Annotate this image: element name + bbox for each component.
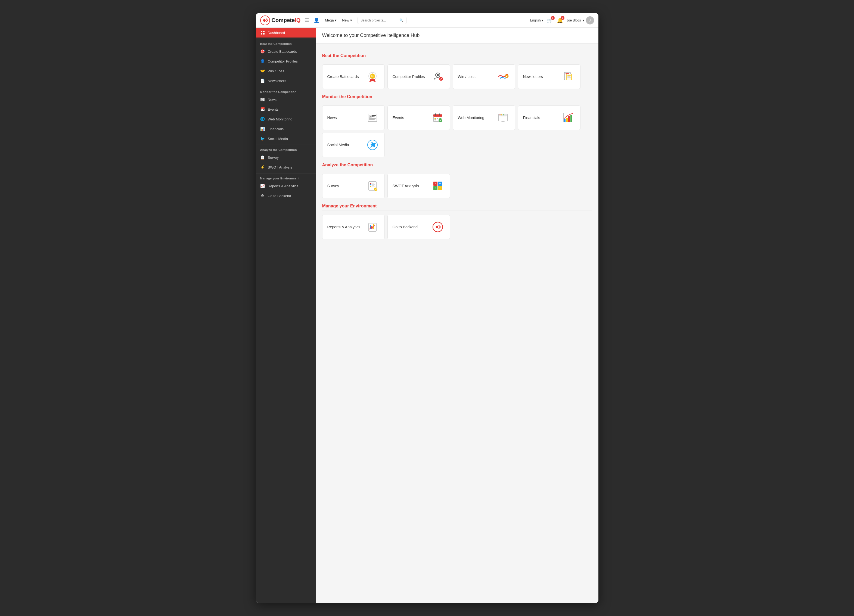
svg-rect-54	[370, 183, 371, 184]
card-create-battlecards[interactable]: Create Battlecards 1st	[322, 64, 385, 89]
svg-text:T: T	[439, 187, 441, 189]
card-icon-web-monitoring	[496, 111, 510, 125]
notifications-button[interactable]: 🛒 5	[547, 17, 553, 23]
card-icon-competitor-profiles	[431, 70, 445, 84]
sidebar-item-create-battlecards[interactable]: 🎯 Create Battlecards	[256, 46, 316, 56]
svg-text:NWS: NWS	[370, 116, 374, 117]
mega-menu-button[interactable]: Mega ▾	[323, 17, 339, 23]
divider-beat	[322, 60, 592, 60]
card-icon-create-battlecards: 1st	[365, 70, 380, 84]
svg-rect-60	[370, 186, 371, 187]
swot-icon: ⚡	[260, 165, 265, 170]
svg-rect-61	[372, 186, 375, 186]
topbar-nav: Mega ▾ New ▾	[323, 17, 354, 23]
sidebar-item-social-media[interactable]: 🐦 Social Media	[256, 134, 316, 143]
card-label-win-loss: Win / Loss	[458, 75, 476, 79]
card-go-to-backend[interactable]: Go to Backend	[387, 215, 450, 239]
backend-icon: ⚙	[260, 193, 265, 198]
card-financials[interactable]: Financials	[518, 105, 581, 130]
logo[interactable]: CompeteIQ	[260, 15, 301, 25]
topbar-right: English ▾ 🛒 5 🔔 2 Joe Blogs ▾ J	[530, 16, 594, 24]
survey-icon: 📋	[260, 155, 265, 160]
section-title-manage: Manage your Environment	[322, 204, 592, 209]
hamburger-button[interactable]: ☰	[304, 16, 310, 24]
sidebar-item-swot[interactable]: ⚡ SWOT Analysis	[256, 162, 316, 172]
sidebar-label-web-monitoring: Web Monitoring	[268, 117, 293, 121]
competitor-profiles-icon: 👤	[260, 59, 265, 64]
sidebar-section-manage: Manage your Environment	[256, 173, 316, 181]
sidebar-item-events[interactable]: 📅 Events	[256, 104, 316, 114]
card-competitor-profiles[interactable]: Competitor Profiles	[387, 64, 450, 89]
card-survey[interactable]: Survey	[322, 174, 385, 198]
card-label-financials: Financials	[523, 116, 540, 120]
newsletters-icon: 📄	[260, 78, 265, 83]
svg-rect-47	[566, 118, 568, 122]
lang-chevron-icon: ▾	[541, 18, 543, 22]
card-news[interactable]: News NWS	[322, 105, 385, 130]
card-icon-news: NWS	[365, 111, 380, 125]
battlecards-icon: 🎯	[260, 49, 265, 54]
topbar: CompeteIQ ☰ 👤 Mega ▾ New ▾ 🔍 English ▾ 🛒…	[256, 13, 598, 28]
sidebar-label-news: News	[268, 98, 277, 102]
sidebar-item-financials[interactable]: 📊 Financials	[256, 124, 316, 134]
sidebar-item-win-loss[interactable]: 🤝 Win / Loss	[256, 66, 316, 76]
card-label-social-media: Social Media	[327, 143, 349, 147]
card-label-news: News	[327, 116, 337, 120]
sidebar-section-monitor: Monitor the Competition	[256, 87, 316, 95]
card-icon-go-to-backend	[431, 220, 445, 234]
sidebar-item-web-monitoring[interactable]: 🌐 Web Monitoring	[256, 114, 316, 124]
card-swot[interactable]: SWOT Analysis S W O T	[387, 174, 450, 198]
card-win-loss[interactable]: Win / Loss	[453, 64, 515, 89]
card-icon-reports-analytics	[365, 220, 380, 234]
sidebar-item-dashboard[interactable]: Dashboard	[256, 28, 316, 38]
card-icon-newsletters	[561, 70, 575, 84]
sidebar-item-competitor-profiles[interactable]: 👤 Competitor Profiles	[256, 56, 316, 66]
card-social-media[interactable]: Social Media	[322, 133, 385, 157]
sidebar-item-backend[interactable]: ⚙ Go to Backend	[256, 191, 316, 201]
svg-rect-46	[564, 119, 566, 122]
messages-button[interactable]: 🔔 2	[557, 17, 563, 23]
card-icon-social-media	[365, 138, 380, 152]
main-header: Welcome to your Competitive Itelligence …	[316, 28, 598, 44]
card-events[interactable]: Events	[387, 105, 450, 130]
sidebar-section-analyze: Analyze the Competition	[256, 145, 316, 152]
user-chevron-icon: ▾	[583, 18, 584, 22]
divider-manage	[322, 210, 592, 210]
sidebar-item-reports[interactable]: 📈 Reports & Analytics	[256, 181, 316, 191]
sidebar-label-competitor-profiles: Competitor Profiles	[268, 59, 298, 63]
search-input[interactable]	[360, 18, 398, 22]
user-menu-button[interactable]: Joe Blogs ▾ J	[567, 16, 594, 24]
svg-rect-24	[369, 118, 376, 119]
card-label-swot: SWOT Analysis	[393, 184, 419, 188]
sidebar-item-news[interactable]: 📰 News	[256, 95, 316, 104]
card-web-monitoring[interactable]: Web Monitoring	[453, 105, 515, 130]
sidebar-item-newsletters[interactable]: 📄 Newsletters	[256, 76, 316, 85]
svg-text:S: S	[435, 183, 436, 184]
main-body: Beat the Competition Create Battlecards …	[316, 44, 598, 250]
cards-analyze: Survey	[322, 174, 592, 198]
section-title-monitor: Monitor the Competition	[322, 95, 592, 99]
language-selector[interactable]: English ▾	[530, 18, 543, 22]
svg-rect-56	[372, 183, 374, 184]
divider-monitor	[322, 101, 592, 101]
sidebar: Dashboard Beat the Competition 🎯 Create …	[256, 28, 316, 603]
search-box[interactable]: 🔍	[358, 17, 406, 24]
svg-point-38	[499, 114, 500, 116]
sidebar-dashboard-label: Dashboard	[268, 31, 285, 35]
sidebar-item-survey[interactable]: 📋 Survey	[256, 152, 316, 162]
svg-text:1st: 1st	[370, 75, 374, 78]
svg-rect-16	[567, 74, 572, 80]
sidebar-label-reports: Reports & Analytics	[268, 184, 299, 188]
card-newsletters[interactable]: Newsletters	[518, 64, 581, 89]
card-reports-analytics[interactable]: Reports & Analytics	[322, 215, 385, 239]
card-label-survey: Survey	[327, 184, 339, 188]
svg-rect-3	[261, 33, 262, 35]
new-menu-button[interactable]: New ▾	[340, 17, 354, 23]
user-icon[interactable]: 👤	[314, 17, 319, 23]
events-icon: 📅	[260, 107, 265, 112]
svg-rect-28	[433, 114, 442, 117]
logo-icon	[260, 15, 270, 25]
svg-rect-57	[370, 184, 371, 185]
svg-rect-58	[372, 184, 375, 185]
svg-rect-34	[435, 119, 436, 120]
